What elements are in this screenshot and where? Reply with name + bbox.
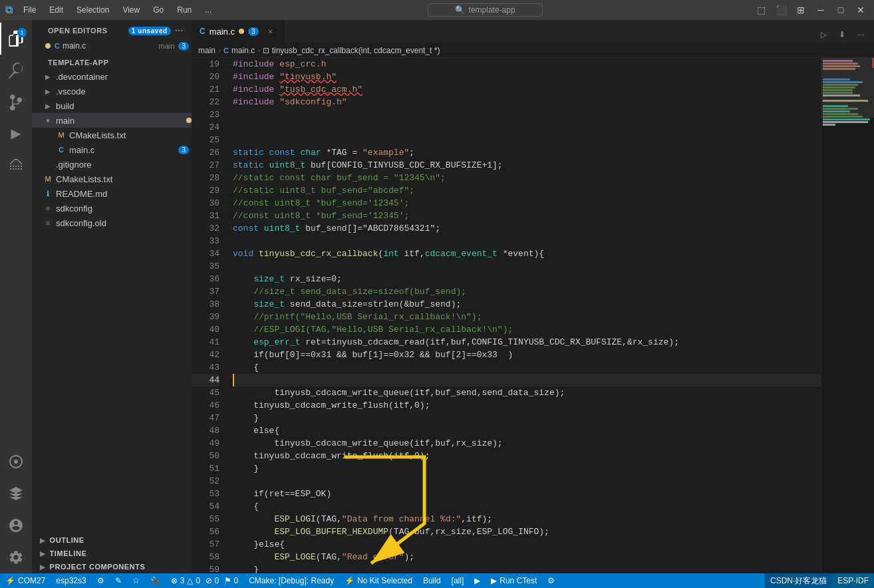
status-cmake[interactable]: CMake: [Debug]: Ready <box>243 573 339 588</box>
editor-and-minimap: 1920212223 2425262728 2930313233 3435363… <box>192 58 874 573</box>
more-actions-btn[interactable]: ··· <box>853 27 869 43</box>
breadcrumb-function[interactable]: ⊡ tinyusb_cdc_rx_callback(int, cdcacm_ev… <box>263 46 440 55</box>
code-line-50: tinyusb_cdcacm_write_flush(itf,0); <box>233 450 821 462</box>
layout-btn[interactable]: ⊞ <box>793 3 809 17</box>
menu-file[interactable]: File <box>18 4 41 16</box>
code-line-20: #include "tinyusb.h" <box>233 71 821 83</box>
tree-sdkconfig-old[interactable]: ≡ sdkconfig.old <box>32 216 192 230</box>
code-area[interactable]: #include esp_crc.h #include "tinyusb.h" … <box>225 58 821 573</box>
code-line-57: }else{ <box>233 538 821 551</box>
tree-readme[interactable]: ℹ README.md <box>32 186 192 201</box>
tree-devcontainer[interactable]: ▶ .devcontainer <box>32 69 192 84</box>
activity-settings[interactable] <box>0 541 32 573</box>
activity-source-control[interactable] <box>0 86 32 118</box>
tree-main-folder[interactable]: ▼ main <box>32 113 192 128</box>
menu-more[interactable]: ... <box>200 4 217 16</box>
code-line-28: //static const char buf_send = "12345\n"… <box>233 172 821 184</box>
tree-sdkconfig[interactable]: ≡ sdkconfig <box>32 201 192 216</box>
activity-run[interactable] <box>0 118 32 150</box>
info-icon: ℹ <box>43 188 53 199</box>
outline-section[interactable]: ▶ OUTLINE <box>32 533 192 547</box>
outline-label: OUTLINE <box>50 536 84 544</box>
editor-outer: C main.c 3 × ▷ ⬇ ··· main › C main.c › ⊡… <box>192 20 874 573</box>
tree-cmakelist[interactable]: M CMakeLists.txt <box>32 128 192 142</box>
code-line-56: ESP_LOG_BUFFER_HEXDUMP(TAG,buf,rx_size,E… <box>233 525 821 538</box>
panel-toggle-btn[interactable]: ⬛ <box>773 3 789 17</box>
folder-label: build <box>56 101 192 111</box>
chevron-right-icon: ▶ <box>43 71 53 82</box>
status-right: CSDN·好客龙猫 ESP·IDF <box>765 573 874 588</box>
tab-close-btn[interactable]: × <box>265 26 276 37</box>
menu-selection[interactable]: Selection <box>71 4 114 16</box>
tree-main-c[interactable]: C main.c 3 <box>32 142 192 157</box>
activity-esp-idf[interactable] <box>0 478 32 510</box>
menu-bar: File Edit Selection View Go Run ... <box>18 4 217 16</box>
status-gear2[interactable]: ⚙ <box>542 573 560 588</box>
tab-filename: main.c <box>210 27 235 37</box>
menu-run[interactable]: Run <box>172 4 197 16</box>
chip-label: esp32s3 <box>56 576 86 585</box>
sidebar-toggle-btn[interactable]: ⬚ <box>753 3 769 17</box>
file-label: README.md <box>56 189 192 199</box>
close-btn[interactable]: ✕ <box>853 3 869 17</box>
minimap-slider[interactable] <box>821 58 874 118</box>
kit-icon: ⚡ <box>345 576 355 585</box>
open-file-main-c[interactable]: C main.c main 3 <box>32 39 192 53</box>
plug-icon: 🔌 <box>150 576 160 585</box>
status-port[interactable]: ⚡ COM27 <box>0 573 51 588</box>
tree-cmake-root[interactable]: M CMakeLists.txt <box>32 172 192 186</box>
status-plug[interactable]: 🔌 <box>145 573 166 588</box>
code-line-22: #include "sdkconfig.h" <box>233 96 821 108</box>
file-label: sdkconfig <box>56 204 192 214</box>
code-line-35 <box>233 260 821 273</box>
info-icon: ⊘ 0 <box>206 576 219 585</box>
activity-accounts[interactable] <box>0 510 32 541</box>
status-chip[interactable]: esp32s3 <box>51 573 91 588</box>
breadcrumb-file[interactable]: main.c <box>231 46 255 55</box>
hint-icon: ⚑ 0 <box>224 576 238 585</box>
tree-vscode[interactable]: ▶ .vscode <box>32 84 192 98</box>
breadcrumb-main[interactable]: main <box>198 46 216 55</box>
code-line-40: //ESP_LOGI(TAG,"Hello,USB Serial_rx_call… <box>233 323 821 336</box>
open-editors-more[interactable]: ··· <box>175 25 184 36</box>
maximize-btn[interactable]: □ <box>833 3 849 17</box>
minimize-btn[interactable]: ─ <box>813 3 829 17</box>
code-line-36: size_t rx_size=0; <box>233 273 821 285</box>
ctest-label: Run CTest <box>500 576 537 585</box>
activity-search[interactable] <box>0 55 32 86</box>
tree-build[interactable]: ▶ build <box>32 98 192 113</box>
code-line-37: //size_t send_data_size=sizeof(buf_send)… <box>233 285 821 298</box>
search-bar[interactable]: 🔍 template-app <box>428 3 543 17</box>
status-build-all[interactable]: [all] <box>446 573 470 588</box>
status-kit[interactable]: ⚡ No Kit Selected <box>339 573 418 588</box>
tab-main-c[interactable]: C main.c 3 × <box>192 20 285 43</box>
status-edit[interactable]: ✎ <box>110 573 127 588</box>
status-ctest[interactable]: ▶ Run CTest <box>486 573 542 588</box>
project-components-section[interactable]: ▶ PROJECT COMPONENTS <box>32 560 192 573</box>
save-btn[interactable]: ⬇ <box>834 27 850 43</box>
editor-content[interactable]: 1920212223 2425262728 2930313233 3435363… <box>192 58 821 573</box>
status-star[interactable]: ☆ <box>127 573 145 588</box>
run-btn[interactable]: ▷ <box>815 27 831 43</box>
menu-edit[interactable]: Edit <box>44 4 69 16</box>
status-esp-idf[interactable]: ESP·IDF <box>832 573 874 588</box>
activity-extensions[interactable] <box>0 150 32 182</box>
chevron-right-icon: ▶ <box>43 100 53 111</box>
status-settings[interactable]: ⚙ <box>92 573 110 588</box>
menu-go[interactable]: Go <box>148 4 169 16</box>
status-run-btn[interactable]: ▶ <box>469 573 486 588</box>
status-build[interactable]: Build <box>418 573 446 588</box>
tree-gitignore[interactable]: .gitignore <box>32 157 192 172</box>
status-problems[interactable]: ⊗ 3 △ 0 ⊘ 0 ⚑ 0 <box>166 573 243 588</box>
folder-label: main <box>56 116 182 126</box>
file-name: main.c <box>63 41 159 51</box>
activity-explorer[interactable]: 1 <box>0 23 32 55</box>
menu-view[interactable]: View <box>117 4 145 16</box>
code-line-51: } <box>233 462 821 475</box>
activity-remote[interactable] <box>0 446 32 478</box>
status-bar: ⚡ COM27 esp32s3 ⚙ ✎ ☆ 🔌 ⊗ 3 △ 0 ⊘ 0 ⚑ 0 … <box>0 573 874 588</box>
title-search-area: 🔍 template-app <box>222 3 748 17</box>
warning-icon: △ <box>187 576 193 585</box>
timeline-section[interactable]: ▶ TIMELINE <box>32 547 192 560</box>
chevron-right-icon: ▶ <box>40 563 46 571</box>
